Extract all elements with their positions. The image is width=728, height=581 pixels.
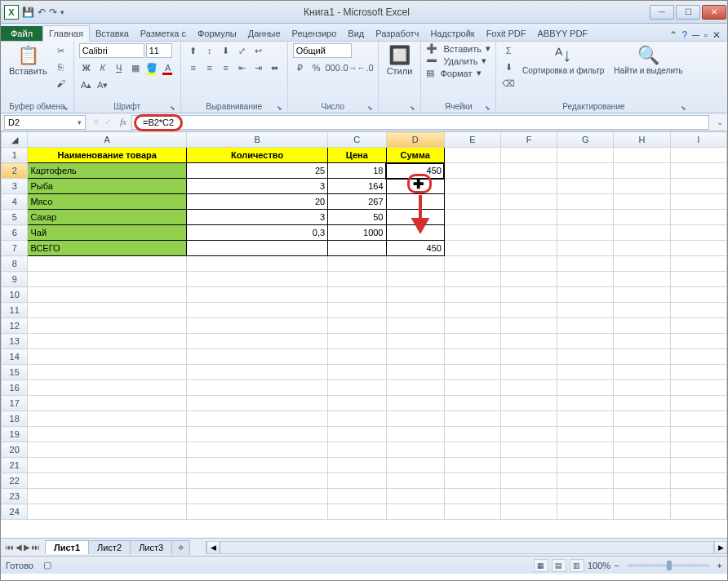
doc-minimize-icon[interactable]: ─ (692, 29, 699, 41)
maximize-button[interactable]: ☐ (676, 5, 700, 20)
cell-B3[interactable]: 3 (187, 179, 328, 194)
cell-D11[interactable] (386, 303, 444, 318)
formula-input[interactable]: =B2*C2 (131, 115, 709, 130)
cell-F13[interactable] (501, 334, 557, 349)
col-header-C[interactable]: C (328, 132, 386, 148)
cell-A19[interactable] (28, 427, 187, 442)
cell-G2[interactable] (557, 163, 614, 179)
col-header-G[interactable]: G (557, 132, 614, 148)
delete-cells-button[interactable]: ➖ Удалить ▾ (426, 55, 486, 66)
cell-B6[interactable]: 0,3 (187, 225, 328, 241)
font-name-combo[interactable] (79, 43, 144, 58)
cell-A11[interactable] (28, 303, 187, 318)
cell-I15[interactable] (670, 365, 726, 380)
cell-B23[interactable] (187, 489, 328, 504)
row-header-22[interactable]: 22 (2, 473, 28, 489)
cell-E8[interactable] (444, 256, 500, 272)
cell-D22[interactable] (386, 473, 444, 489)
row-header-23[interactable]: 23 (2, 489, 28, 504)
row-header-10[interactable]: 10 (2, 287, 28, 303)
file-tab[interactable]: Файл (1, 26, 42, 41)
cell-C20[interactable] (328, 442, 386, 458)
cell-H11[interactable] (614, 303, 670, 318)
cell-I8[interactable] (670, 256, 726, 272)
align-middle-icon[interactable]: ↕ (202, 43, 217, 58)
cell-E4[interactable] (444, 194, 500, 210)
cell-A7[interactable]: ВСЕГО (28, 241, 187, 256)
cell-E23[interactable] (444, 489, 500, 504)
tab-view[interactable]: Вид (342, 26, 370, 41)
row-header-14[interactable]: 14 (2, 349, 28, 365)
cell-G18[interactable] (557, 411, 614, 427)
cell-G9[interactable] (557, 272, 614, 287)
bold-icon[interactable]: Ж (79, 60, 94, 75)
sheet-tab-3[interactable]: Лист3 (130, 540, 172, 554)
row-header-18[interactable]: 18 (2, 411, 28, 427)
cell-H14[interactable] (614, 349, 670, 365)
col-header-B[interactable]: B (187, 132, 328, 148)
cell-E7[interactable] (444, 241, 500, 256)
row-header-8[interactable]: 8 (2, 256, 28, 272)
cell-F12[interactable] (501, 318, 557, 334)
cell-C2[interactable]: 18 (328, 163, 386, 179)
cell-G22[interactable] (557, 473, 614, 489)
cell-C15[interactable] (328, 365, 386, 380)
hscroll-left-icon[interactable]: ◀ (206, 541, 220, 554)
cell-E9[interactable] (444, 272, 500, 287)
cell-H19[interactable] (614, 427, 670, 442)
cell-G13[interactable] (557, 334, 614, 349)
cell-E20[interactable] (444, 442, 500, 458)
cell-E15[interactable] (444, 365, 500, 380)
cell-B1[interactable]: Количество (187, 148, 328, 163)
cell-A1[interactable]: Наименование товара (28, 148, 187, 163)
cell-I17[interactable] (670, 396, 726, 411)
cell-G11[interactable] (557, 303, 614, 318)
cell-E24[interactable] (444, 504, 500, 520)
name-box[interactable]: D2 (4, 115, 86, 130)
cell-E14[interactable] (444, 349, 500, 365)
currency-icon[interactable]: ₽ (293, 60, 308, 75)
row-header-9[interactable]: 9 (2, 272, 28, 287)
align-center-icon[interactable]: ≡ (202, 60, 217, 75)
cut-icon[interactable]: ✂ (54, 43, 69, 58)
cell-C7[interactable] (328, 241, 386, 256)
tab-abbyy[interactable]: ABBYY PDF (532, 26, 594, 41)
cell-F18[interactable] (501, 411, 557, 427)
row-header-24[interactable]: 24 (2, 504, 28, 520)
cell-B4[interactable]: 20 (187, 194, 328, 210)
row-header-5[interactable]: 5 (2, 210, 28, 225)
sheet-tab-2[interactable]: Лист2 (88, 540, 131, 554)
cell-F24[interactable] (501, 504, 557, 520)
cell-H12[interactable] (614, 318, 670, 334)
cell-B9[interactable] (187, 272, 328, 287)
cell-I23[interactable] (670, 489, 726, 504)
cell-F15[interactable] (501, 365, 557, 380)
cell-B21[interactable] (187, 458, 328, 473)
cell-F5[interactable] (501, 210, 557, 225)
fill-color-icon[interactable]: 🪣 (144, 60, 159, 75)
cell-A9[interactable] (28, 272, 187, 287)
cell-C3[interactable]: 164 (328, 179, 386, 194)
cell-H20[interactable] (614, 442, 670, 458)
cancel-formula-icon[interactable]: ✕ (92, 117, 100, 127)
number-format-combo[interactable] (293, 43, 352, 58)
cell-B24[interactable] (187, 504, 328, 520)
cell-H24[interactable] (614, 504, 670, 520)
row-header-15[interactable]: 15 (2, 365, 28, 380)
cell-F14[interactable] (501, 349, 557, 365)
cell-E21[interactable] (444, 458, 500, 473)
cell-B18[interactable] (187, 411, 328, 427)
row-header-1[interactable]: 1 (2, 148, 28, 163)
cell-A24[interactable] (28, 504, 187, 520)
select-all-corner[interactable]: ◢ (2, 132, 28, 148)
cell-H9[interactable] (614, 272, 670, 287)
cell-F19[interactable] (501, 427, 557, 442)
cell-B5[interactable]: 3 (187, 210, 328, 225)
cell-F17[interactable] (501, 396, 557, 411)
cell-C24[interactable] (328, 504, 386, 520)
cell-C11[interactable] (328, 303, 386, 318)
cell-C16[interactable] (328, 380, 386, 396)
minimize-ribbon-icon[interactable]: ⌃ (669, 29, 677, 41)
cell-A15[interactable] (28, 365, 187, 380)
cell-G10[interactable] (557, 287, 614, 303)
